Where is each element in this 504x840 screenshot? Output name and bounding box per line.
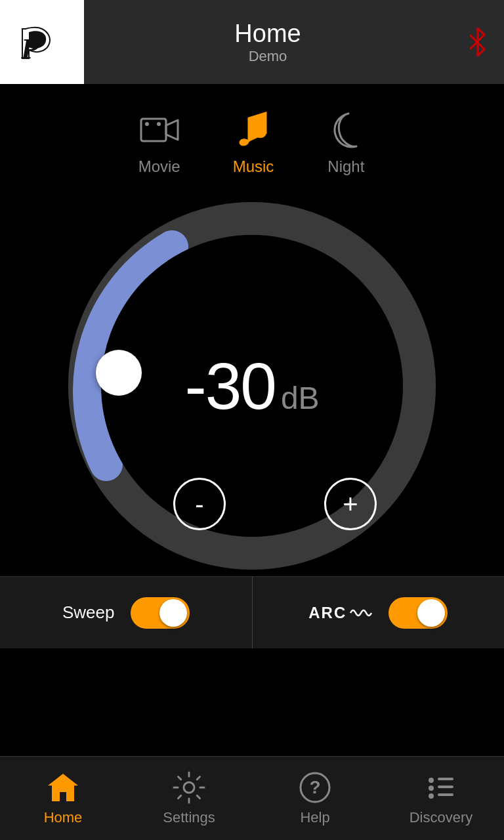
- header-title-area: Home Demo: [84, 20, 452, 65]
- svg-point-2: [145, 122, 149, 126]
- night-label: Night: [327, 158, 364, 176]
- help-icon: ?: [299, 771, 331, 804]
- mode-movie[interactable]: Movie: [138, 110, 180, 176]
- sweep-toggle[interactable]: [131, 597, 190, 629]
- music-icon: [234, 110, 273, 150]
- svg-rect-12: [438, 786, 453, 788]
- bluetooth-icon[interactable]: [452, 27, 504, 57]
- svg-point-11: [429, 786, 434, 791]
- sweep-toggle-knob: [159, 599, 187, 627]
- arc-section: ARC: [253, 577, 505, 648]
- svg-rect-14: [438, 793, 453, 796]
- mode-music[interactable]: Music: [233, 110, 274, 176]
- svg-point-3: [157, 122, 161, 126]
- app-logo: P: [0, 0, 84, 84]
- nav-settings-label: Settings: [163, 809, 215, 826]
- svg-text:?: ?: [309, 777, 320, 797]
- volume-knob[interactable]: -30 dB - +: [68, 202, 436, 570]
- nav-help-label: Help: [300, 809, 329, 826]
- svg-marker-5: [48, 774, 78, 801]
- nav-home-label: Home: [44, 809, 83, 826]
- sweep-label: Sweep: [62, 602, 115, 623]
- svg-point-9: [429, 778, 434, 783]
- volume-decrease-button[interactable]: -: [173, 478, 226, 530]
- arc-logo: ARC: [308, 604, 373, 622]
- volume-display: -30 dB: [184, 348, 319, 424]
- mode-selector: Movie Music Night: [0, 84, 504, 196]
- header-subtitle: Demo: [249, 48, 287, 65]
- nav-discovery-label: Discovery: [410, 809, 473, 826]
- night-icon: [326, 110, 366, 150]
- volume-area: -30 dB - +: [0, 196, 504, 576]
- arc-toggle-knob: [417, 599, 445, 627]
- svg-rect-10: [438, 778, 453, 780]
- polk-logo-icon: P: [16, 22, 68, 62]
- nav-home[interactable]: Home: [0, 757, 126, 840]
- nav-help[interactable]: ? Help: [252, 757, 378, 840]
- mode-night[interactable]: Night: [326, 110, 366, 176]
- movie-label: Movie: [138, 158, 180, 176]
- arc-text: ARC: [308, 604, 346, 622]
- volume-value: -30: [184, 348, 276, 424]
- page-title: Home: [234, 20, 301, 48]
- header: P Home Demo: [0, 0, 504, 84]
- sweep-section: Sweep: [0, 577, 253, 648]
- svg-point-13: [429, 793, 434, 799]
- svg-point-6: [184, 782, 194, 793]
- volume-handle[interactable]: [96, 350, 142, 396]
- music-label: Music: [233, 158, 274, 176]
- movie-icon: [140, 110, 179, 150]
- volume-unit: dB: [281, 380, 320, 416]
- svg-text:P: P: [20, 33, 39, 62]
- bottom-nav: Home Settings ? Help: [0, 756, 504, 840]
- svg-rect-1: [141, 119, 166, 141]
- volume-increase-button[interactable]: +: [324, 478, 377, 530]
- discovery-icon: [425, 771, 457, 804]
- nav-discovery[interactable]: Discovery: [378, 757, 504, 840]
- settings-icon: [173, 771, 205, 804]
- home-icon: [47, 771, 79, 804]
- controls-bar: Sweep ARC: [0, 576, 504, 648]
- nav-settings[interactable]: Settings: [126, 757, 252, 840]
- arc-toggle[interactable]: [388, 597, 448, 629]
- arc-sound-icon: [349, 604, 373, 622]
